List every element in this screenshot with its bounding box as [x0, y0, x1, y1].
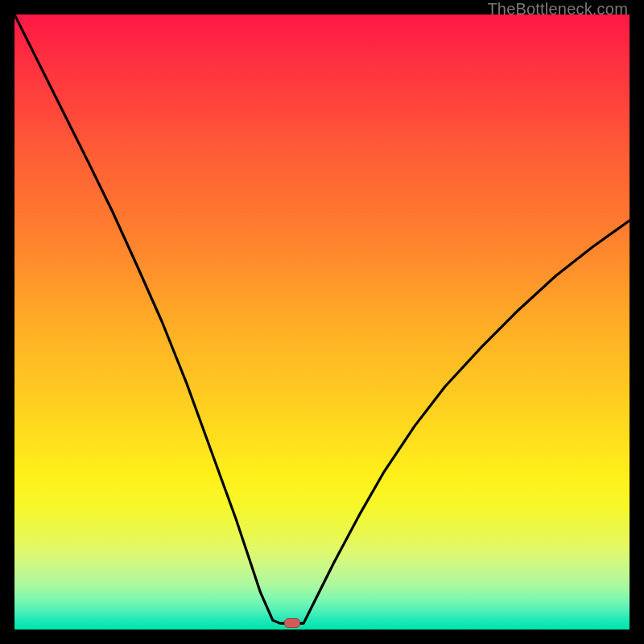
chart-frame: TheBottleneck.com — [0, 0, 644, 644]
optimum-marker — [284, 618, 300, 628]
watermark-label: TheBottleneck.com — [487, 0, 628, 19]
bottleneck-curve — [14, 14, 630, 630]
plot-area — [14, 14, 630, 630]
